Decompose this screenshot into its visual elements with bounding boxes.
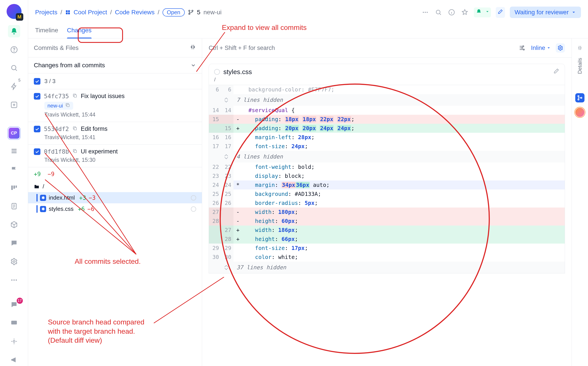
file-name: styles.css [49,206,74,212]
user-avatar[interactable]: M [7,4,22,19]
status-pill: Open [163,8,185,16]
expand-icon[interactable] [223,154,230,159]
commit-checkbox[interactable] [34,126,40,132]
svg-point-37 [578,96,579,97]
branch-chip[interactable]: new-ui [44,102,73,110]
diff-line: 1717 font-size: 24px; [209,142,565,151]
edit-icon[interactable] [496,7,505,18]
tab-timeline[interactable]: Timeline [35,24,58,38]
commit-item[interactable]: 5534df2 Edit forms Travis Wickett, 15:41 [28,122,202,145]
svg-rect-29 [74,95,76,97]
commit-item[interactable]: 54fc735 Fix layout issues new-ui Travis … [28,89,202,122]
info-icon[interactable] [447,8,456,16]
board-icon[interactable] [8,182,20,194]
chevron-down-icon [571,10,576,15]
search-hint[interactable]: Ctrl + Shift + F for search [209,45,275,51]
root-folder-row[interactable]: / [28,181,202,192]
settings-sliders-icon[interactable] [518,44,526,52]
commit-title: Fix layout issues [81,93,125,99]
reviewer-avatar[interactable] [575,108,584,117]
search-header-icon[interactable] [434,8,443,16]
ellipsis-icon[interactable] [8,274,20,286]
file-icon: ✱ [40,195,46,201]
bolt-icon[interactable]: 5 [8,80,20,92]
present-icon[interactable] [8,317,20,329]
megaphone-icon[interactable] [8,354,20,366]
commit-meta: Travis Wickett, 15:30 [44,157,196,163]
diff-line: 3030 color: white; [209,252,565,262]
commit-count-row: 3 / 3 [28,73,202,89]
svg-point-12 [11,279,13,281]
file-del: −3 [89,195,96,201]
star-icon[interactable] [461,8,469,16]
package-icon[interactable] [8,219,20,231]
svg-rect-19 [66,13,68,14]
diff-file-header: styles.css / [209,64,565,85]
commit-checkbox[interactable] [34,93,40,99]
subscribe-chevron-icon[interactable] [484,8,491,17]
file-status-circle[interactable] [214,69,220,75]
svg-point-24 [423,12,424,13]
flag-icon[interactable] [8,163,20,176]
diff-body: 66 background-color: #F7F7F7; 7 lines hi… [209,85,565,274]
commit-meta: Travis Wickett, 15:41 [44,134,196,140]
edit-file-icon[interactable] [553,68,559,76]
diff-settings-icon[interactable] [556,43,565,53]
copy-icon[interactable] [73,126,77,132]
diff-line: 1414#serviceQual { [209,106,565,115]
right-rail: Details [572,38,588,366]
svg-point-23 [192,10,193,11]
diff-file-name: styles.css [223,68,252,76]
docs-icon[interactable] [8,200,20,212]
file-status-circle[interactable] [191,195,196,200]
expand-icon[interactable] [223,265,230,270]
expand-right-icon[interactable] [575,43,584,53]
hidden-lines-row[interactable]: 4 lines hidden [209,151,565,162]
hidden-lines-row[interactable]: 7 lines hidden [209,94,565,106]
diff-mode-toggle[interactable]: Inline [531,45,551,51]
diff-line: 2222 font-weight: bold; [209,162,565,171]
chevron-down-icon [190,62,196,68]
gear-icon[interactable] [8,255,20,268]
copy-icon[interactable] [65,103,70,109]
tab-changes[interactable]: Changes [67,24,92,38]
file-row[interactable]: ✱ styles.css +6 −6 [28,203,202,214]
crumb-section[interactable]: Code Reviews [115,9,155,16]
diff-line: 15+ padding: 20px 20px 24px 24px; [209,124,565,133]
file-row[interactable]: ✱ index.html +3 −3 [28,192,202,203]
hidden-lines-row[interactable]: 37 lines hidden [209,262,565,273]
commit-checkbox[interactable] [34,148,40,155]
svg-point-2 [11,66,16,70]
commits-filter[interactable]: Changes from all commits [28,57,202,73]
list-icon[interactable] [8,145,20,157]
copy-icon[interactable] [73,148,77,155]
copy-icon[interactable] [73,93,77,99]
svg-point-11 [13,261,15,263]
crumb-project[interactable]: Cool Project [74,9,107,16]
project-badge[interactable]: CP [8,128,20,139]
diff-line: 2424* margin: 34px36px auto; [209,181,565,190]
select-all-checkbox[interactable] [34,78,40,85]
diff-line: 2323 display: block; [209,171,565,181]
bell-icon[interactable] [8,25,20,37]
file-status-circle[interactable] [191,206,196,212]
merge-icon[interactable] [575,93,584,102]
chat-icon[interactable] [8,237,20,249]
commit-meta: Travis Wickett, 15:44 [44,111,196,118]
more-icon[interactable] [421,8,429,16]
expand-icon[interactable] [223,97,230,103]
feedback-icon[interactable]: 17 [8,298,20,311]
status-dropdown[interactable]: Waiting for reviewer [510,7,581,18]
subscribe-bell-icon[interactable] [474,8,484,17]
file-name: index.html [49,194,75,201]
diff-line: 1616 margin-left: 28px; [209,133,565,142]
collapse-icon[interactable] [190,44,196,52]
search-icon[interactable] [8,62,20,74]
help-icon[interactable] [8,44,20,56]
add-icon[interactable] [8,99,20,111]
commit-item[interactable]: 0fd1f8b UI experiment Travis Wickett, 15… [28,145,202,167]
svg-rect-32 [74,150,76,152]
tune-icon[interactable] [8,335,20,348]
crumb-projects[interactable]: Projects [35,9,57,16]
svg-rect-5 [11,151,16,152]
